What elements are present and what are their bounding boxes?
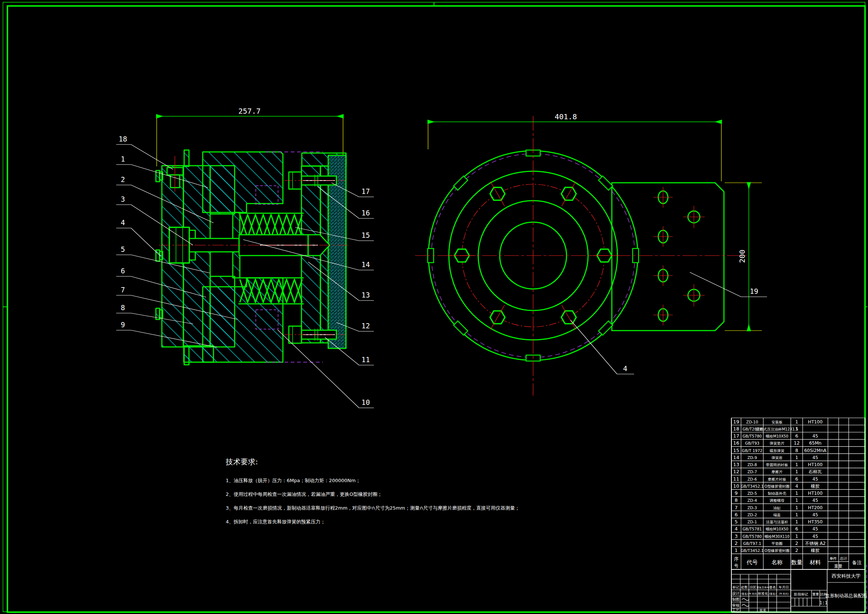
table-text: ZD-5: [747, 491, 757, 496]
table-text: 18: [733, 426, 739, 432]
table-text: ZD-6: [747, 477, 757, 481]
tech-req-item: 2、使用过程中每周检查一次漏油情况，若漏油严重，更换O型橡胶封圈；: [226, 491, 382, 497]
title-block-text: 阶段标记: [794, 592, 808, 596]
table-text: 6: [795, 476, 798, 482]
table-text: 6: [795, 526, 798, 532]
table-text: 14: [733, 455, 739, 460]
table-text: 17: [733, 433, 739, 439]
table-text: O型橡胶密封圈: [764, 549, 790, 553]
title-block-text: 签名: [769, 585, 776, 589]
table-text: GB/T5780: [742, 534, 762, 539]
callout-number: 18: [119, 135, 127, 143]
table-text: 备注: [852, 560, 862, 565]
table-text: 1: [795, 505, 798, 510]
table-text: 安装板: [772, 420, 783, 424]
table-text: 名称: [772, 559, 783, 566]
table-text: 碟形弹簧: [770, 449, 784, 453]
table-text: 12: [794, 440, 800, 446]
table-text: HT200: [808, 505, 822, 510]
tech-req-item: 3、每月检查一次磨损情况，新制动器活塞释放行程2mm，对应图中∩尺寸为25mm；…: [226, 505, 520, 511]
title-block-text: 设计: [732, 591, 739, 595]
table-text: 螺栓M10X50: [766, 434, 789, 438]
table-text: 45: [812, 534, 818, 539]
callout-number: 17: [362, 187, 370, 195]
title-block-text: 批准: [759, 608, 766, 612]
tech-req-title: 技术要求:: [225, 457, 258, 466]
table-text: 1: [795, 462, 798, 467]
callout-number: 8: [121, 303, 125, 312]
table-text: GB/T3452.1: [741, 548, 764, 553]
table-text: 1: [795, 426, 798, 432]
title-block-text: 工艺: [732, 608, 739, 612]
callout-number: 4: [623, 364, 627, 373]
callout-number: 14: [362, 260, 370, 269]
callout-number: 4: [121, 218, 125, 227]
title-block-text: 审核: [732, 603, 739, 607]
table-text: 6: [795, 433, 798, 439]
title-block-text: 更改文件号: [756, 586, 770, 589]
callout-number: 10: [362, 398, 370, 406]
table-text: 45: [812, 526, 818, 532]
left-section-view: 257.7: [156, 107, 350, 365]
callout-leader: [131, 145, 173, 169]
table-text: 11: [733, 476, 739, 482]
scale-value: 1:1: [819, 600, 828, 605]
callout-leader: [131, 228, 161, 256]
table-text: 2: [735, 541, 738, 546]
table-text: 10: [733, 483, 739, 489]
table-text: 数量: [791, 559, 802, 566]
table-text: 重量: [834, 564, 842, 569]
table-text: 13: [733, 462, 739, 467]
table-text: 65Mn: [809, 440, 821, 446]
cylinder-bottom-block: [203, 278, 283, 362]
table-text: 1: [795, 533, 798, 539]
table-text: 45: [812, 477, 818, 482]
table-text: ZD-2: [747, 513, 757, 517]
table-text: 1: [795, 469, 798, 474]
tech-req-item: 1、油压释放（脱开）压力：6Mpa；制动力矩：200000Nm；: [226, 478, 361, 483]
table-text: 45: [812, 512, 818, 518]
title-block-text: 分区: [750, 585, 756, 589]
table-text: GB/T3452.1: [741, 484, 764, 488]
table-text: 端盖: [773, 513, 781, 517]
table-text: 45: [812, 498, 818, 503]
table-text: 45: [812, 434, 818, 439]
callout-number: 16: [362, 209, 370, 217]
table-text: HT100: [808, 491, 822, 496]
callout-number: 13: [362, 291, 370, 299]
drawing-title: 盘形制动器总装配图: [825, 593, 867, 598]
table-text: 3: [735, 533, 738, 539]
table-text: ZD-7: [747, 469, 757, 474]
table-text: 调整螺母: [770, 499, 784, 502]
cad-drawing-canvas: 257.7: [0, 0, 868, 614]
table-text: 橡胶: [811, 483, 820, 489]
callout-number: 1: [121, 155, 125, 163]
rim-notch: [598, 176, 612, 190]
table-text: 制动器外壳: [768, 491, 786, 496]
table-text: 平垫圈: [772, 542, 783, 546]
table-text: HT350: [808, 519, 822, 524]
table-text: HT100: [808, 420, 822, 424]
table-text: 1: [735, 547, 738, 553]
table-text: 1: [795, 419, 798, 424]
table-text: GB/T97.1: [743, 541, 761, 546]
table-text: 19: [733, 419, 739, 424]
center-crosshair: [415, 116, 746, 396]
table-text: 4: [795, 483, 798, 489]
table-text: 石棉瓦: [808, 469, 822, 474]
table-text: ZD-9: [747, 455, 757, 460]
table-text: 12: [733, 469, 739, 474]
title-block-text: (年月日): [748, 592, 758, 595]
table-text: 摩擦片衬板: [768, 477, 786, 481]
title-block-text: 重量: [812, 592, 819, 596]
title-block-text: 年月日: [779, 585, 789, 589]
table-text: 代号: [747, 559, 758, 566]
table-text: ZD-4: [747, 498, 757, 502]
table-text: 活塞与活塞杆: [766, 520, 788, 524]
callout-number: 5: [121, 245, 125, 253]
table-text: GB/T5780: [742, 434, 762, 438]
title-block-text: 标准化: [758, 592, 769, 595]
table-text: 总计: [840, 556, 847, 561]
table-text: ZD-1: [747, 520, 757, 524]
table-text: 橡胶: [811, 548, 820, 553]
